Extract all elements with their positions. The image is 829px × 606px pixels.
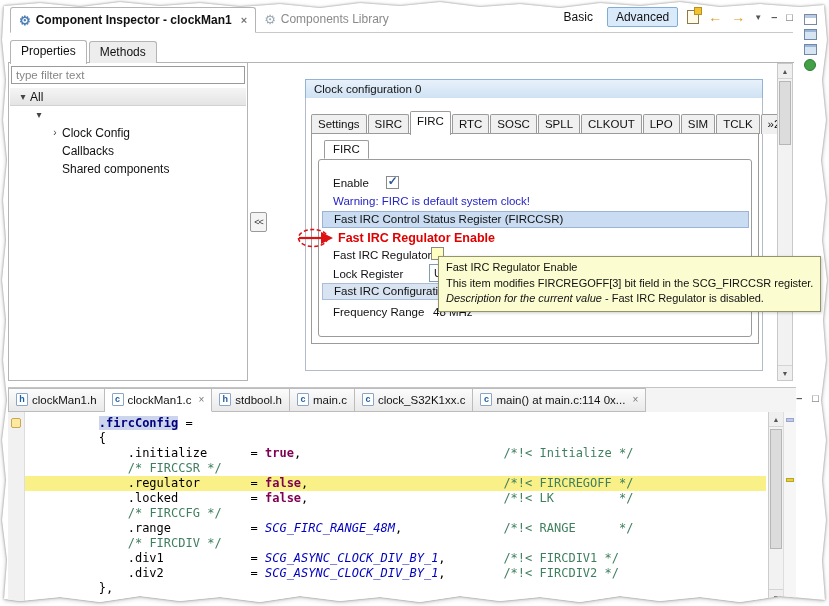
code-line[interactable]: { [25,431,766,446]
code-line[interactable]: .regulator = false, /*!< FIRCREGOFF */ [25,476,766,491]
tree-item-expander-row[interactable]: ▾ [10,106,246,124]
basic-button[interactable]: Basic [559,8,598,26]
close-icon[interactable]: × [241,14,247,26]
code-line[interactable]: }, [25,581,766,596]
tooltip: Fast IRC Regulator Enable This item modi… [438,256,821,312]
forward-icon[interactable]: → [731,10,745,24]
restore-icon[interactable] [804,14,817,25]
close-icon[interactable]: × [198,394,204,405]
tree-item-callbacks[interactable]: Callbacks [10,142,246,160]
firc-group-tab[interactable]: FIRC [324,140,369,159]
tab-components-library[interactable]: ⚙ Components Library [256,6,397,32]
screenshot-root: ⚙ Component Inspector - clockMan1 × ⚙ Co… [0,0,829,606]
code-line[interactable]: .div1 = SCG_ASYNC_CLOCK_DIV_BY_1, /*!< F… [25,551,766,566]
clock-tab-spll[interactable]: SPLL [538,114,580,134]
scrollbar-thumb[interactable] [779,81,791,145]
minimized-view-icon-2[interactable] [804,44,817,55]
clock-tab-clkout[interactable]: CLKOUT [581,114,642,134]
minimized-view-icon[interactable] [804,29,817,40]
tree-item-shared-components[interactable]: Shared components [10,160,246,178]
new-component-icon[interactable] [687,10,699,24]
editor-scrollbar[interactable]: ▲ ▼ [768,412,783,604]
close-icon[interactable]: × [632,394,638,405]
clock-tab-settings[interactable]: Settings [311,114,367,134]
editor-tab-label: clock_S32K1xx.c [378,394,466,406]
editor-toolbar: – □ [796,392,819,404]
editor-tab-clock-s32k1xx-c[interactable]: cclock_S32K1xx.c [355,388,474,412]
code-line[interactable]: /* FIRCCFG */ [25,506,766,521]
collapse-arrow-icon[interactable]: ▾ [16,88,30,106]
scroll-up-icon[interactable]: ▲ [769,412,783,427]
code-line[interactable]: .initialize = true, /*!< Initialize */ [25,446,766,461]
filter-input[interactable] [11,66,245,84]
advanced-button[interactable]: Advanced [607,7,678,27]
h-file-icon: h [16,393,28,406]
view-menu-icon[interactable]: ▼ [754,13,762,22]
h-file-icon: h [219,393,231,406]
code-line[interactable]: .div2 = SCG_ASYNC_CLOCK_DIV_BY_1, /*!< F… [25,566,766,581]
tree-item-label: All [30,88,43,106]
code-token: false [265,491,301,505]
minimize-icon[interactable]: – [771,11,777,23]
editor-tab-main-at-main-c-114-0x[interactable]: cmain() at main.c:114 0x...× [473,388,646,412]
main-scrollbar[interactable]: ▲ ▼ [777,63,793,381]
code-token: true [265,446,294,460]
tooltip-current-value-text: - Fast IRC Regulator is disabled. [602,292,764,304]
expand-arrow-icon[interactable]: › [48,124,62,142]
clock-tab-sosc[interactable]: SOSC [490,114,537,134]
code-token: /*!< FIRCDIV2 */ [503,566,619,580]
code-line[interactable]: .range = SCG_FIRC_RANGE_48M, /*!< RANGE … [25,521,766,536]
clock-tab-firc[interactable]: FIRC [410,111,451,135]
code-area[interactable]: .fircConfig = { .initialize = true, /*!<… [25,412,766,604]
code-line[interactable]: .locked = false, /*!< LK */ [25,491,766,506]
tooltip-current-value-label: Description for the current value [446,292,602,304]
editor-tab-clockman1-c[interactable]: cclockMan1.c× [105,388,213,412]
back-icon[interactable]: ← [708,10,722,24]
clock-tab-rtc[interactable]: RTC [452,114,489,134]
collapse-arrow-icon[interactable]: ▾ [32,106,46,124]
code-token: .fircConfig [99,416,178,430]
tab-component-inspector[interactable]: ⚙ Component Inspector - clockMan1 × [10,7,256,33]
minimize-icon[interactable]: – [796,392,802,404]
editor-tab-label: stdbool.h [235,394,282,406]
scroll-down-icon[interactable]: ▼ [769,589,783,604]
code-token: , [395,521,503,535]
editor-tab-main-c[interactable]: cmain.c [290,388,355,412]
clock-configuration-header[interactable]: Clock configuration 0 [305,79,763,99]
firccsr-row[interactable]: Fast IRC Control Status Register (FIRCCS… [322,211,749,228]
highlight-mark[interactable] [786,478,794,482]
editor-gutter [8,412,25,604]
collapse-panel-button[interactable]: << [250,212,267,232]
code-line[interactable]: /* FIRCDIV */ [25,536,766,551]
left-panel: ▾All▾›Clock ConfigCallbacksShared compon… [8,63,248,381]
code-line[interactable]: .fircConfig = [25,416,766,431]
code-token: /*!< RANGE */ [503,521,633,535]
scrollbar-thumb[interactable] [770,429,782,549]
enable-row: Enable [333,176,399,189]
scroll-up-icon[interactable]: ▲ [778,64,792,79]
maximize-icon[interactable]: □ [786,11,793,23]
resume-icon[interactable] [804,59,816,71]
editor-tab-label: main.c [313,394,347,406]
tree-item-all[interactable]: ▾All [10,88,246,106]
enable-checkbox[interactable] [386,176,399,189]
bookmark-marker-icon[interactable] [11,418,21,428]
code-token: .initialize = [41,446,265,460]
scroll-down-icon[interactable]: ▼ [778,365,792,380]
code-token: /*!< FIRCREGOFF */ [503,476,633,490]
tree-item-clock-config[interactable]: ›Clock Config [10,124,246,142]
tab-properties[interactable]: Properties [10,40,87,64]
editor-tab-clockman1-h[interactable]: hclockMan1.h [8,388,105,412]
editor-tab-stdbool-h[interactable]: hstdbool.h [212,388,290,412]
editor-body: .fircConfig = { .initialize = true, /*!<… [8,412,796,604]
c-file-icon: c [362,393,374,406]
selection-mark[interactable] [786,418,794,422]
maximize-icon[interactable]: □ [812,392,819,404]
clock-tab-sirc[interactable]: SIRC [368,114,409,134]
clock-tab-tclk[interactable]: TCLK [716,114,759,134]
clock-tab-sim[interactable]: SIM [681,114,715,134]
code-token: { [41,431,106,445]
code-line[interactable]: /* FIRCCSR */ [25,461,766,476]
clock-tab-lpo[interactable]: LPO [643,114,680,134]
tab-methods[interactable]: Methods [89,41,157,63]
